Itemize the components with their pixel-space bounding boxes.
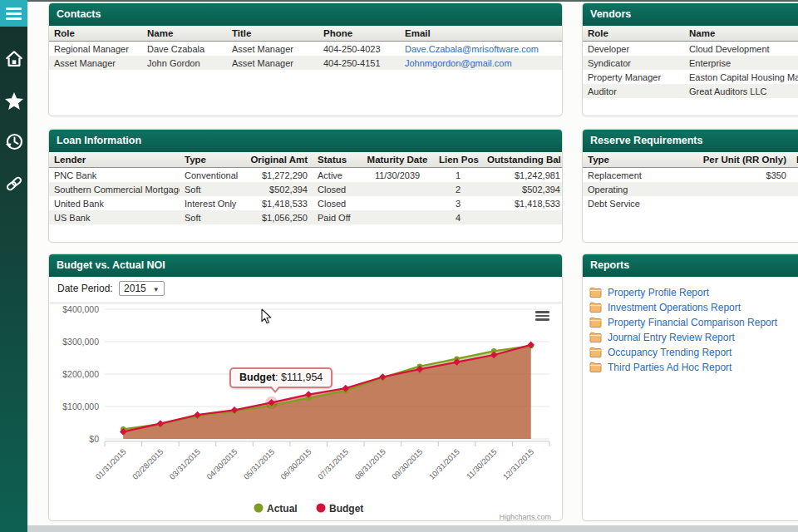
cell — [361, 210, 434, 224]
chevron-down-icon: ▼ — [153, 286, 160, 293]
cell: 11/30/2039 — [361, 168, 434, 183]
cell: Johnmgordon@gmail.com — [400, 56, 562, 70]
svg-text:$400,000: $400,000 — [62, 304, 99, 314]
report-link-item[interactable]: Property Profile Report — [588, 287, 798, 298]
cell — [791, 196, 798, 210]
svg-text:11/30/2015: 11/30/2015 — [465, 447, 499, 481]
report-link-item[interactable]: Journal Entry Review Report — [588, 332, 798, 343]
table-row: United BankInterest Only$1,418,533Closed… — [49, 196, 562, 210]
cell: Asset Manager — [49, 56, 142, 70]
folder-icon — [589, 303, 602, 313]
screen-bottom-strip — [27, 525, 798, 532]
report-link[interactable]: Journal Entry Review Report — [608, 332, 735, 343]
table-row: Debt Service — [583, 196, 798, 210]
favorites-star-icon[interactable] — [0, 86, 27, 115]
report-link[interactable]: Property Profile Report — [608, 287, 709, 298]
table-row: Southern Commercial MortgageSoft$502,394… — [49, 182, 562, 196]
hamburger-menu-icon[interactable] — [0, 0, 27, 27]
table-row: SyndicatorEnterprise — [583, 56, 798, 70]
cell: Soft — [180, 182, 239, 196]
email-link[interactable]: Dave.Czabala@mrisoftware.com — [405, 44, 539, 54]
cell: Interest Only — [180, 196, 239, 210]
chart-export-menu-icon[interactable] — [535, 311, 549, 322]
contacts-panel: Contacts RoleNameTitlePhoneEmailRegional… — [48, 2, 563, 116]
column-header: Original Amt — [239, 152, 313, 168]
link-chain-icon[interactable] — [0, 170, 27, 198]
svg-text:08/31/2015: 08/31/2015 — [352, 447, 387, 481]
cell — [482, 210, 562, 224]
cell: Paid Off — [313, 210, 361, 224]
svg-text:04/30/2015: 04/30/2015 — [204, 447, 239, 481]
column-header: Phone — [318, 26, 400, 42]
cell: 404-250-4023 — [318, 42, 400, 57]
cell: Regional Manager — [49, 42, 142, 57]
report-link-item[interactable]: Third Parties Ad Hoc Report — [588, 362, 798, 373]
table-row: PNC BankConventional$1,272,290Active11/3… — [49, 168, 562, 183]
folder-icon — [589, 347, 602, 357]
cell — [680, 196, 791, 210]
cell: $350 — [680, 168, 791, 183]
column-header: Maturity Date — [361, 152, 434, 168]
cell: $502,394 — [239, 182, 313, 196]
cell — [361, 196, 434, 210]
svg-text:Actual: Actual — [267, 503, 298, 515]
column-header: Status — [313, 152, 361, 168]
screen-top-edge — [0, 0, 798, 2]
table-row: Asset ManagerJohn GordonAsset Manager404… — [49, 56, 562, 70]
sidebar — [0, 0, 27, 532]
cell: Closed — [313, 196, 361, 210]
column-header: Outstanding Bal — [482, 152, 562, 168]
cell — [791, 168, 798, 183]
folder-icon — [589, 288, 602, 298]
cell: Debt Service — [583, 196, 680, 210]
date-period-select[interactable]: 2015▼ — [119, 281, 165, 296]
cell: Auditor — [583, 84, 684, 98]
report-link-item[interactable]: Occupancy Trending Report — [588, 347, 798, 358]
cell: $1,418,533 — [482, 196, 562, 210]
cell: John Gordon — [142, 56, 227, 70]
home-icon[interactable] — [0, 45, 27, 73]
report-link[interactable]: Third Parties Ad Hoc Report — [608, 362, 732, 373]
reserve-panel-title: Reserve Requirements — [583, 130, 798, 152]
svg-text:$300,000: $300,000 — [62, 337, 99, 347]
cell — [791, 182, 798, 196]
cell — [361, 182, 434, 196]
column-header: Name — [684, 26, 798, 42]
svg-text:10/31/2015: 10/31/2015 — [427, 447, 461, 481]
column-header: Lender — [49, 152, 180, 168]
report-link[interactable]: Property Financial Comparison Report — [608, 317, 777, 328]
report-link-item[interactable]: Property Financial Comparison Report — [588, 317, 798, 328]
cell: Syndicator — [583, 56, 684, 70]
table-row: Regional ManagerDave CzabalaAsset Manage… — [49, 42, 562, 57]
cell: 3 — [434, 196, 482, 210]
cell: Active — [313, 168, 361, 183]
table-row: US BankSoft$1,056,250Paid Off4 — [49, 210, 562, 224]
cell: $502,394 — [482, 182, 562, 196]
column-header: Title — [227, 26, 318, 42]
cell: Conventional — [180, 168, 239, 183]
report-link[interactable]: Occupancy Trending Report — [608, 347, 732, 358]
table-row: AuditorGreat Auditors LLC — [583, 84, 798, 98]
vendors-panel: Vendors RoleNameDeveloperCloud Developme… — [582, 2, 798, 116]
cell: Closed — [313, 182, 361, 196]
cell: $1,272,290 — [239, 168, 313, 183]
reserve-table: TypePer Unit (RR Only)RequiredReplacemen… — [583, 152, 798, 210]
report-link-item[interactable]: Investment Operations Report — [588, 302, 798, 313]
svg-text:06/30/2015: 06/30/2015 — [278, 447, 313, 481]
reports-panel-title: Reports — [583, 254, 798, 277]
column-header: Type — [583, 152, 680, 168]
column-header: Email — [400, 26, 562, 42]
cell: 404-250-4151 — [318, 56, 400, 70]
history-clock-icon[interactable] — [0, 128, 27, 156]
chart-tooltip: Budget: $111,954 — [229, 367, 332, 388]
svg-text:09/30/2015: 09/30/2015 — [390, 447, 424, 481]
svg-text:Highcharts.com: Highcharts.com — [499, 513, 551, 521]
svg-text:02/28/2015: 02/28/2015 — [131, 447, 165, 481]
budget-vs-actual-panel: Budget vs. Actual NOI Date Period: 2015▼… — [48, 254, 563, 521]
report-link[interactable]: Investment Operations Report — [608, 302, 741, 313]
column-header: Type — [180, 152, 239, 168]
svg-text:Budget: Budget — [329, 503, 363, 515]
date-period-row: Date Period: 2015▼ — [49, 277, 562, 303]
email-link[interactable]: Johnmgordon@gmail.com — [405, 58, 512, 68]
column-header: Role — [49, 26, 142, 42]
